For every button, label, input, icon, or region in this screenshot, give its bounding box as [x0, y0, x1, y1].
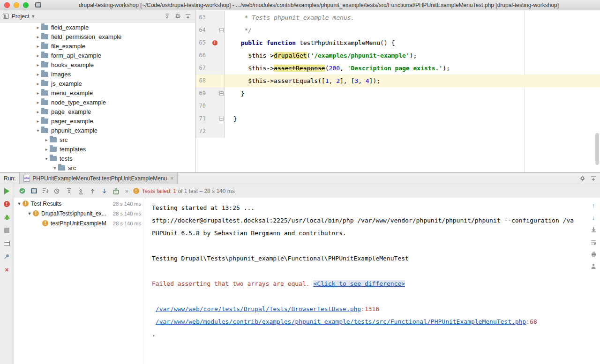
- run-settings-gear-icon[interactable]: [578, 174, 587, 183]
- chevron-down-icon[interactable]: ▾: [35, 128, 41, 133]
- zoom-window-button[interactable]: [23, 2, 29, 8]
- fold-marker-icon[interactable]: [219, 28, 224, 32]
- line-number[interactable]: 63: [195, 11, 206, 24]
- chevron-down-icon[interactable]: ▼: [16, 201, 22, 206]
- chevron-right-icon[interactable]: ▸: [35, 44, 41, 49]
- show-console-icon[interactable]: [30, 186, 38, 195]
- fold-marker-icon[interactable]: [219, 91, 224, 96]
- close-run-window-icon[interactable]: ×: [3, 266, 11, 274]
- chevron-right-icon[interactable]: ▸: [43, 137, 50, 142]
- chevron-down-icon[interactable]: ▼: [31, 14, 35, 19]
- test-tree-item[interactable]: ▼!Test Results28 s 140 ms: [14, 199, 146, 208]
- console-link[interactable]: <Click to see difference>: [313, 280, 405, 287]
- project-tree-item-src[interactable]: ▸src: [0, 135, 195, 144]
- soft-wrap-icon[interactable]: [590, 238, 597, 245]
- expand-all-icon[interactable]: [65, 186, 74, 195]
- close-window-button[interactable]: [4, 2, 10, 8]
- next-failed-test-icon[interactable]: [100, 186, 109, 195]
- scroll-down-icon[interactable]: ↓: [590, 214, 597, 221]
- sort-by-duration-icon[interactable]: [53, 186, 62, 195]
- code-line[interactable]: [225, 125, 600, 138]
- chevron-right-icon[interactable]: ▸: [35, 62, 41, 67]
- line-number[interactable]: 64: [195, 24, 206, 37]
- code-line[interactable]: [225, 100, 600, 112]
- project-tree-item-field_example[interactable]: ▸field_example: [0, 22, 195, 32]
- scroll-to-end-icon[interactable]: [590, 226, 597, 233]
- fold-marker-icon[interactable]: [219, 117, 224, 121]
- project-tree-item-phpunit_example[interactable]: ▾phpunit_example: [0, 126, 195, 135]
- console-link[interactable]: /var/www/web/modules/contrib/examples/ph…: [156, 318, 526, 325]
- chevron-down-icon[interactable]: ▼: [26, 211, 33, 216]
- editor-gutter[interactable]: 66: [195, 49, 225, 62]
- editor-gutter[interactable]: 67: [195, 62, 225, 74]
- code-line[interactable]: * Tests phpunit_example menus.: [225, 11, 600, 24]
- close-tab-icon[interactable]: ×: [170, 175, 173, 182]
- editor-gutter[interactable]: 64: [195, 24, 225, 37]
- code-line[interactable]: */: [225, 24, 600, 37]
- project-tree-item-js_example[interactable]: ▸js_example: [0, 79, 195, 88]
- editor-gutter[interactable]: 70: [195, 100, 225, 112]
- line-number[interactable]: 68: [195, 74, 206, 87]
- editor-gutter[interactable]: 69: [195, 87, 225, 100]
- project-tree-item-page_example[interactable]: ▸page_example: [0, 107, 195, 116]
- project-tree-item-templates[interactable]: ▸templates: [0, 144, 195, 154]
- project-tree-item-menu_example[interactable]: ▸menu_example: [0, 88, 195, 97]
- chevron-down-icon[interactable]: ▾: [52, 165, 58, 171]
- rerun-button[interactable]: [3, 187, 11, 195]
- settings-gear-icon[interactable]: [173, 12, 182, 21]
- run-tab[interactable]: php PHPUnitExampleMenuTest.testPhpUnitEx…: [19, 173, 178, 184]
- project-panel-header[interactable]: Project ▼: [0, 10, 195, 22]
- print-icon[interactable]: [590, 250, 597, 258]
- project-tree-item-field_permission_example[interactable]: ▸field_permission_example: [0, 32, 195, 41]
- test-tree-item[interactable]: !testPhpUnitExampleM28 s 140 ms: [14, 218, 146, 228]
- chevron-right-icon[interactable]: ▸: [35, 81, 41, 86]
- project-tree-item-node_type_example[interactable]: ▸node_type_example: [0, 97, 195, 107]
- editor-gutter[interactable]: 63: [195, 11, 225, 24]
- line-number[interactable]: 70: [195, 100, 206, 112]
- console-link[interactable]: /var/www/web/core/tests/Drupal/Tests/Bro…: [156, 305, 361, 312]
- chevron-right-icon[interactable]: ▸: [35, 109, 41, 114]
- line-number[interactable]: 72: [195, 125, 206, 138]
- line-number[interactable]: 71: [195, 112, 206, 125]
- editor-scrollbar[interactable]: [595, 133, 599, 165]
- debug-listener-icon[interactable]: [3, 213, 11, 221]
- export-test-results-icon[interactable]: [112, 186, 120, 195]
- chevron-down-icon[interactable]: ▾: [43, 156, 50, 161]
- editor-gutter[interactable]: 72: [195, 125, 225, 138]
- project-tree-item-src[interactable]: ▾src: [0, 163, 195, 172]
- code-editor[interactable]: 63 * Tests phpunit_example menus.64 */65…: [195, 10, 600, 172]
- clear-console-icon[interactable]: [590, 262, 597, 270]
- hide-panel-icon[interactable]: [184, 12, 192, 21]
- rerun-failed-tests-button[interactable]: !: [3, 200, 11, 208]
- chevron-right-icon[interactable]: ▸: [35, 90, 41, 96]
- chevron-right-icon[interactable]: ▸: [43, 147, 50, 152]
- project-tree-item-file_example[interactable]: ▸file_example: [0, 41, 195, 51]
- chevron-right-icon[interactable]: ▸: [35, 25, 41, 30]
- titlebar[interactable]: drupal-testing-workshop [~/Code/os/drupa…: [0, 0, 600, 10]
- editor-gutter[interactable]: 68: [195, 74, 225, 87]
- chevron-right-icon[interactable]: ▸: [35, 53, 41, 58]
- stop-button[interactable]: [3, 226, 11, 234]
- chevron-right-icon[interactable]: ▸: [35, 34, 41, 39]
- chevron-right-icon[interactable]: ▸: [35, 72, 41, 77]
- sort-alphabetically-icon[interactable]: [41, 186, 50, 195]
- line-number[interactable]: 66: [195, 49, 206, 62]
- code-line[interactable]: }: [225, 87, 600, 100]
- pin-tab-icon[interactable]: [3, 253, 11, 260]
- project-tree-item-form_api_example[interactable]: ▸form_api_example: [0, 51, 195, 60]
- line-number[interactable]: 69: [195, 87, 206, 100]
- previous-failed-test-icon[interactable]: [88, 186, 97, 195]
- code-line[interactable]: }: [225, 112, 600, 125]
- hide-run-panel-icon[interactable]: [589, 174, 598, 183]
- chevron-right-icon[interactable]: ▸: [35, 100, 41, 105]
- editor-gutter[interactable]: 71: [195, 112, 225, 125]
- project-tree-item-tests[interactable]: ▾tests: [0, 154, 195, 163]
- collapse-all-icon[interactable]: [163, 12, 172, 21]
- line-number[interactable]: 65: [195, 37, 206, 49]
- code-line[interactable]: $this->assertResponse(200, 'Description …: [225, 62, 600, 74]
- show-passed-icon[interactable]: [18, 186, 27, 195]
- code-line[interactable]: $this->drupalGet('/examples/phpunit-exam…: [225, 49, 600, 62]
- test-tree-item[interactable]: ▼!Drupal\Tests\phpunit_ex...28 s 140 ms: [14, 208, 146, 218]
- code-line[interactable]: $this->assertEquals([1, 2], [3, 4]);: [225, 74, 600, 87]
- failed-test-gutter-icon[interactable]: !: [212, 40, 218, 45]
